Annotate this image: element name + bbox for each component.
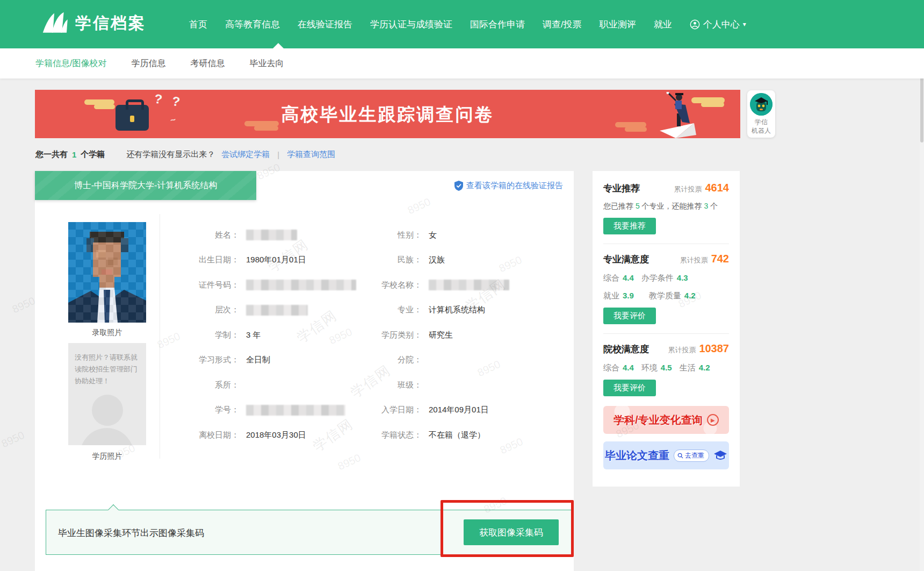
record-summary-row: 您一共有 1 个学籍 还有学籍没有显示出来？ 尝试绑定学籍 | 学籍查询范围	[35, 149, 335, 160]
rate-school-button[interactable]: 我要评价	[603, 380, 656, 396]
field-leave-date: 离校日期：2018年03月30日	[169, 423, 346, 448]
user-menu-label: 个人中心	[703, 18, 740, 31]
top-navbar: 学信档案 首页 高等教育信息 在线验证报告 学历认证与成绩验证 国际合作申请 调…	[0, 0, 924, 48]
field-major: 专业：计算机系统结构	[349, 298, 564, 323]
subtab-postgrad-info[interactable]: 考研信息	[190, 58, 225, 69]
separator: |	[277, 150, 279, 159]
graduate-paper-plane-illustration	[645, 92, 714, 138]
major-ratings-row2: 就业3.9 教学质量4.2	[603, 291, 729, 301]
fields-left-column: 姓名： 出生日期：1980年01月01日 证件号码： 层次： 学制：3 年 学习…	[169, 223, 346, 448]
survey-banner[interactable]: ? ? ~ 高校毕业生跟踪调查问卷	[35, 90, 740, 138]
field-level: 层次：	[169, 298, 346, 323]
rate-major-button[interactable]: 我要评价	[603, 308, 656, 324]
page: 学信档案 首页 高等教育信息 在线验证报告 学历认证与成绩验证 国际合作申请 调…	[0, 0, 924, 571]
field-class: 班级：	[349, 373, 564, 398]
bind-record-link[interactable]: 尝试绑定学籍	[221, 149, 270, 160]
subtab-enrollment-info[interactable]: 学籍信息/图像校对	[35, 58, 106, 69]
field-branch: 分院：	[349, 348, 564, 373]
record-tab[interactable]: 博士-中国科学院大学-计算机系统结构	[35, 171, 256, 200]
field-student-number: 学号：	[169, 398, 346, 423]
watermark: 8950	[0, 429, 26, 451]
logo[interactable]: 学信档案	[40, 11, 146, 35]
field-edu-category: 学历类别：研究生	[349, 323, 564, 348]
redacted-value	[246, 230, 297, 240]
user-menu[interactable]: 个人中心 ▾	[690, 18, 746, 31]
field-school-name: 学校名称：	[349, 273, 564, 298]
recommend-button[interactable]: 我要推荐	[603, 218, 656, 234]
nav-menu: 首页 高等教育信息 在线验证报告 学历认证与成绩验证 国际合作申请 调查/投票 …	[189, 0, 746, 48]
logo-pages-icon	[40, 11, 69, 35]
section-title: 院校满意度	[603, 343, 649, 355]
get-image-collection-code-button[interactable]: 获取图像采集码	[464, 519, 559, 545]
redacted-value	[429, 280, 509, 290]
nav-item-higher-edu[interactable]: 高等教育信息	[225, 18, 280, 31]
thesis-check-action[interactable]: 去查重	[674, 449, 709, 462]
nav-item-home[interactable]: 首页	[189, 18, 207, 31]
subtab-graduation-destination[interactable]: 毕业去向	[249, 58, 284, 69]
votes-count: 10387	[699, 342, 729, 355]
section-title: 专业满意度	[603, 253, 649, 266]
diploma-photo-label: 学历照片	[68, 452, 146, 461]
chevron-down-icon: ▾	[743, 20, 746, 28]
nav-item-online-verify[interactable]: 在线验证报告	[298, 18, 352, 31]
field-name: 姓名：	[169, 223, 346, 248]
summary-prefix: 您一共有	[35, 149, 68, 160]
major-ratings-row1: 综合4.4 办学条件4.3	[603, 273, 729, 283]
summary-question: 还有学籍没有显示出来？	[126, 149, 215, 160]
arrow-circle-icon: ▶	[707, 414, 719, 426]
magnifier-icon	[677, 453, 683, 459]
divider	[603, 333, 729, 334]
scrollbar-track	[920, 0, 924, 571]
divider	[603, 244, 729, 244]
section-title: 专业推荐	[603, 182, 640, 195]
field-enroll-date: 入学日期：2014年09月01日	[349, 398, 564, 423]
nav-item-career-test[interactable]: 职业测评	[600, 18, 636, 31]
field-enrollment-status: 学籍状态：不在籍（退学）	[349, 423, 564, 448]
admission-photo-label: 录取照片	[68, 328, 146, 338]
cloud-decoration	[615, 122, 646, 127]
shield-check-icon	[454, 181, 463, 191]
nav-item-credential-verify[interactable]: 学历认证与成绩验证	[370, 18, 452, 31]
field-duration: 学制：3 年	[169, 323, 346, 348]
verify-report-link-text: 查看该学籍的在线验证报告	[466, 181, 563, 191]
verify-report-link[interactable]: 查看该学籍的在线验证报告	[454, 181, 563, 191]
redacted-value	[246, 280, 356, 290]
active-nav-notch	[273, 43, 284, 48]
field-ethnicity: 民族：汉族	[349, 248, 564, 273]
field-department: 系所：	[169, 373, 346, 398]
field-birthdate: 出生日期：1980年01月01日	[169, 248, 346, 273]
logo-text: 学信档案	[75, 12, 146, 34]
school-satisfaction-section-header: 院校满意度 累计投票10387	[603, 342, 729, 355]
graduation-cap-icon	[713, 449, 727, 461]
field-id-number: 证件号码：	[169, 273, 346, 298]
subtab-degree-info[interactable]: 学历信息	[131, 58, 165, 69]
watermark: 8950	[10, 295, 37, 316]
votes-label: 累计投票	[674, 184, 702, 194]
major-change-query-banner[interactable]: 学科/专业变化查询 ▶	[603, 406, 729, 434]
major-recommend-section-header: 专业推荐 累计投票4614	[603, 182, 729, 195]
query-scope-link[interactable]: 学籍查询范围	[287, 149, 335, 160]
redacted-value	[246, 305, 308, 316]
chsi-robot-widget[interactable]: 学信 机器人	[747, 90, 775, 138]
no-photo-text: 没有照片？请联系就读院校招生管理部门协助处理！	[68, 343, 146, 387]
user-icon	[690, 19, 700, 30]
votes-count: 742	[711, 253, 729, 265]
school-ratings-row: 综合4.4 环境4.5 生活4.2	[603, 363, 729, 373]
diploma-photo-placeholder: 没有照片？请联系就读院校招生管理部门协助处理！	[68, 343, 146, 445]
fields-right-column: 性别：女 民族：汉族 学校名称： 专业：计算机系统结构 学历类别：研究生 分院：…	[349, 223, 564, 448]
thesis-check-text: 毕业论文查重	[605, 448, 669, 463]
image-collection-text: 毕业生图像采集环节出示图像采集码	[58, 510, 204, 555]
image-collection-bar: 毕业生图像采集环节出示图像采集码 获取图像采集码	[46, 510, 572, 555]
votes-label: 累计投票	[668, 345, 696, 355]
major-satisfaction-section-header: 专业满意度 累计投票742	[603, 253, 729, 266]
thesis-check-banner[interactable]: 毕业论文查重 去查重	[603, 441, 729, 469]
nav-item-survey-vote[interactable]: 调查/投票	[543, 18, 582, 31]
summary-suffix: 个学籍	[81, 149, 105, 160]
votes-count: 4614	[705, 182, 730, 194]
robot-widget-label-line1: 学信	[755, 118, 768, 126]
nav-item-employment[interactable]: 就业	[654, 18, 672, 31]
nav-item-intl-coop[interactable]: 国际合作申请	[470, 18, 525, 31]
field-gender: 性别：女	[349, 223, 564, 248]
record-count: 1	[72, 150, 76, 159]
subnav: 学籍信息/图像校对 学历信息 考研信息 毕业去向	[0, 48, 924, 78]
